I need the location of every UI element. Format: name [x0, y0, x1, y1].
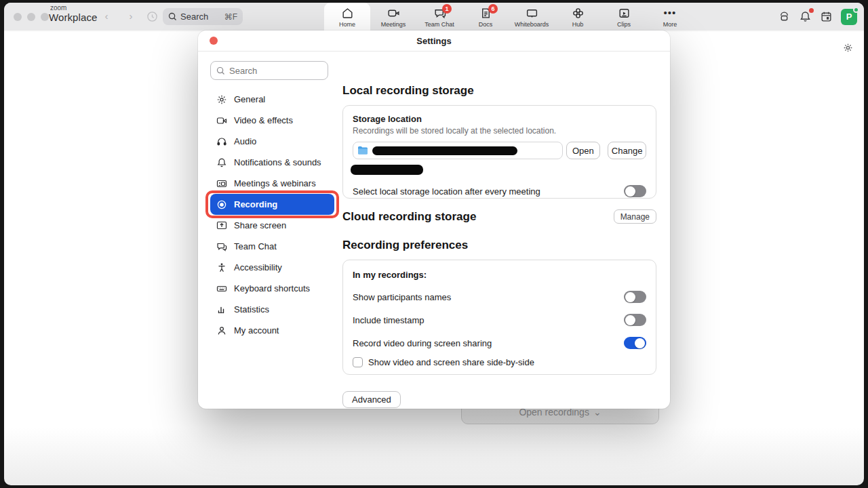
notifications-bell-icon[interactable]: [799, 10, 812, 23]
tab-home[interactable]: Home: [324, 3, 370, 30]
tab-whiteboards[interactable]: Whiteboards: [509, 3, 555, 30]
open-button[interactable]: Open: [566, 142, 601, 159]
cloud-recording-storage-heading: Cloud recording storage: [342, 210, 476, 224]
window-minimize-button[interactable]: [27, 13, 35, 21]
settings-search-field[interactable]: [210, 61, 328, 80]
search-shortcut: ⌘F: [224, 12, 237, 22]
settings-search-input[interactable]: [229, 66, 304, 76]
side-by-side-label: Show video and screen share side-by-side: [368, 357, 534, 367]
redacted-free-space: [351, 165, 423, 175]
calendar-icon[interactable]: [820, 10, 833, 23]
app-window: zoom Workplace ‹ › Search ⌘F Home Meetin…: [4, 3, 864, 485]
chat-bubbles-icon: [216, 241, 227, 252]
sidebar-item-keyboard-shortcuts[interactable]: Keyboard shortcuts: [210, 278, 334, 299]
folder-icon: [357, 146, 368, 155]
record-icon: [216, 199, 227, 210]
storage-path-field[interactable]: [353, 142, 563, 159]
sidebar-item-notifications[interactable]: Notifications & sounds: [210, 152, 334, 173]
redacted-storage-path: [372, 146, 517, 155]
select-location-label: Select local storage location after ever…: [353, 186, 540, 197]
main-tabs: Home Meetings 1 Team Chat 6 Docs Whitebo…: [324, 3, 693, 30]
presence-status-dot: [853, 7, 859, 13]
tab-team-chat[interactable]: 1 Team Chat: [416, 3, 462, 30]
window-zoom-button[interactable]: [41, 13, 49, 21]
headphones-icon: [216, 136, 227, 147]
titlebar-right-icons: P: [778, 3, 857, 30]
in-my-recordings-label: In my recordings:: [353, 270, 646, 280]
forward-chevron-icon[interactable]: ›: [125, 10, 137, 22]
clips-icon: [618, 7, 631, 20]
sidebar-item-team-chat[interactable]: Team Chat: [210, 236, 334, 257]
select-location-toggle[interactable]: [624, 185, 646, 197]
record-video-screen-sharing-label: Record video during screen sharing: [353, 338, 492, 348]
dialog-header: Settings: [198, 30, 670, 52]
search-icon: [168, 12, 177, 21]
recording-preferences-heading: Recording preferences: [342, 239, 468, 252]
tab-more[interactable]: ••• More: [647, 3, 693, 30]
keyboard-icon: [216, 283, 227, 294]
advanced-button[interactable]: Advanced: [342, 391, 401, 408]
hub-icon: [572, 7, 585, 20]
tab-clips[interactable]: Clips: [601, 3, 647, 30]
person-icon: [216, 325, 227, 336]
gear-icon: [216, 94, 227, 105]
sidebar-item-statistics[interactable]: Statistics: [210, 299, 334, 320]
manage-button[interactable]: Manage: [614, 209, 656, 224]
sidebar-item-my-account[interactable]: My account: [210, 320, 334, 341]
local-recording-storage-heading: Local recording storage: [342, 84, 474, 98]
show-participants-names-toggle[interactable]: [624, 291, 646, 303]
app-logo-workplace: Workplace: [49, 12, 97, 23]
accessibility-icon: [216, 262, 227, 273]
include-timestamp-label: Include timestamp: [353, 315, 425, 325]
home-icon: [341, 7, 354, 20]
tab-meetings[interactable]: Meetings: [370, 3, 416, 30]
sidebar-item-audio[interactable]: Audio: [210, 131, 334, 152]
storage-location-subtitle: Recordings will be stored locally at the…: [353, 126, 646, 136]
search-label: Search: [180, 12, 221, 22]
global-search-input[interactable]: Search ⌘F: [163, 8, 243, 25]
side-by-side-checkbox[interactable]: [353, 357, 363, 367]
headset-icon[interactable]: [778, 10, 791, 23]
bar-chart-icon: [216, 304, 227, 315]
sidebar-item-meetings-webinars[interactable]: Meetings & webinars: [210, 173, 334, 194]
bell-icon: [216, 157, 227, 168]
change-button[interactable]: Change: [608, 142, 646, 159]
meetings-icon: [387, 7, 400, 20]
cloud-recording-storage-row: Cloud recording storage Manage: [342, 209, 656, 224]
back-chevron-icon[interactable]: ‹: [100, 10, 113, 22]
notification-dot: [809, 8, 814, 13]
tab-hub[interactable]: Hub: [555, 3, 601, 30]
settings-dialog: Settings General Video & effects Aud: [198, 30, 670, 409]
sidebar-item-general[interactable]: General: [210, 89, 334, 110]
sidebar-item-recording[interactable]: Recording: [210, 194, 334, 215]
avatar[interactable]: P: [841, 9, 857, 25]
whiteboards-icon: [526, 7, 538, 20]
more-icon: •••: [664, 7, 677, 20]
history-icon[interactable]: [146, 11, 158, 22]
share-screen-icon: [216, 220, 227, 231]
settings-content: Local recording storage Storage location…: [342, 52, 656, 409]
video-camera-icon: [216, 115, 227, 126]
home-settings-gear-icon[interactable]: [843, 43, 853, 53]
sidebar-item-video-effects[interactable]: Video & effects: [210, 110, 334, 131]
tab-docs[interactable]: 6 Docs: [462, 3, 509, 30]
settings-sidebar: General Video & effects Audio Notificati…: [198, 52, 342, 409]
team-chat-badge: 1: [442, 4, 452, 14]
search-icon: [216, 66, 225, 75]
settings-nav-list: General Video & effects Audio Notificati…: [210, 89, 334, 341]
record-video-screen-sharing-toggle[interactable]: [624, 337, 646, 349]
include-timestamp-toggle[interactable]: [624, 314, 646, 326]
window-close-button[interactable]: [14, 13, 22, 21]
storage-location-title: Storage location: [353, 114, 646, 124]
docs-badge: 6: [488, 4, 498, 14]
sidebar-item-share-screen[interactable]: Share screen: [210, 215, 334, 236]
storage-location-card: Storage location Recordings will be stor…: [342, 105, 656, 199]
recording-preferences-card: In my recordings: Show participants name…: [342, 260, 656, 375]
meeting-screen-icon: [216, 178, 227, 189]
titlebar: zoom Workplace ‹ › Search ⌘F Home Meetin…: [4, 3, 864, 30]
dialog-title: Settings: [198, 30, 670, 52]
sidebar-item-accessibility[interactable]: Accessibility: [210, 257, 334, 278]
app-logo: zoom Workplace: [49, 5, 97, 23]
show-participants-names-label: Show participants names: [353, 292, 451, 302]
